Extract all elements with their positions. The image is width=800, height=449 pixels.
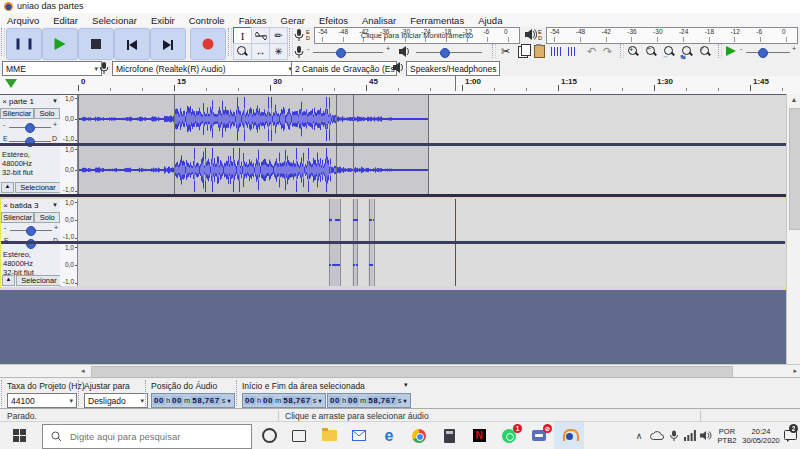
zoom-project-button[interactable]: ↹ (680, 44, 695, 59)
speed-slider-thumb[interactable] (758, 48, 768, 58)
menu-exibir[interactable]: Exibir (144, 15, 182, 26)
timeline-ruler[interactable]: 01530451:001:151:301:45 (0, 76, 800, 97)
track2-gain-slider[interactable]: - + (1, 223, 60, 236)
track2-close-button[interactable]: × (1, 201, 10, 210)
trim-audio-button[interactable] (549, 44, 564, 59)
cut-button[interactable]: ✂ (498, 44, 513, 59)
play-meter-speaker-icon[interactable] (524, 28, 537, 41)
pause-button[interactable] (6, 28, 42, 60)
chrome-button[interactable] (404, 422, 434, 449)
envelope-tool-button[interactable] (251, 27, 270, 44)
menu-controle[interactable]: Controle (182, 15, 232, 26)
menu-editar[interactable]: Editar (46, 15, 85, 26)
microphone-tray-icon[interactable] (666, 422, 682, 449)
spinner-icon[interactable]: ▾ (318, 397, 321, 404)
menu-faixas[interactable]: Faixas (232, 15, 274, 26)
start-button[interactable] (4, 422, 34, 449)
zoom-tool-button[interactable] (233, 43, 252, 60)
selection-tool-button[interactable]: I (233, 27, 252, 44)
network-tray-icon[interactable] (682, 422, 698, 449)
toolbar-gripper[interactable] (228, 28, 232, 56)
track1-waveform-left[interactable] (78, 95, 800, 143)
track1-select-button[interactable]: Selecionar (15, 182, 61, 193)
redo-button[interactable]: ↷ (600, 44, 615, 59)
mail-button[interactable] (344, 422, 374, 449)
vertical-scroll-thumb[interactable] (789, 108, 800, 230)
recording-device-select[interactable]: Microfone (Realtek(R) Audio)▾ (112, 61, 296, 76)
taskbar-search[interactable] (42, 424, 252, 449)
volume-tray-icon[interactable] (698, 422, 714, 449)
whatsapp-button[interactable]: 1 (494, 422, 524, 449)
track2-right-vertical-ruler[interactable]: 1,0 0,0 -1,0 (60, 244, 78, 286)
language-indicator[interactable]: PORPTB2 (714, 422, 740, 449)
track1-mute-button[interactable]: Silenciar (0, 108, 34, 119)
title-bar[interactable]: uniao das partes (0, 0, 800, 13)
zoom-out-button[interactable]: − (644, 44, 659, 59)
timeshift-tool-button[interactable]: ↔ (251, 43, 270, 60)
menu-selecionar[interactable]: Selecionar (85, 15, 144, 26)
stop-button[interactable] (78, 28, 114, 60)
toolbar-gripper[interactable] (78, 380, 79, 406)
undo-button[interactable]: ↶ (584, 44, 599, 59)
project-rate-select[interactable]: 44100▾ (7, 393, 77, 408)
play-at-speed-button[interactable] (726, 46, 736, 56)
track1-left-vertical-ruler[interactable]: 1,0 0,0 -1,0 (60, 95, 78, 143)
task-view-button[interactable] (284, 422, 314, 449)
snap-to-select[interactable]: Desligado▾ (84, 393, 148, 408)
record-volume-slider[interactable] (313, 52, 383, 53)
horizontal-scrollbar[interactable]: ◂ ▸ (78, 364, 800, 378)
toolbar-gripper[interactable] (145, 380, 146, 406)
scroll-left-arrow[interactable]: ◂ (81, 367, 85, 375)
chevron-down-icon[interactable]: ▾ (404, 381, 408, 389)
multi-tool-button[interactable]: ✳ (269, 43, 288, 60)
audio-host-select[interactable]: MME▾ (2, 61, 102, 76)
monitoring-hint[interactable]: Clique para Iniciar Monitoramento (315, 31, 519, 40)
toolbar-gripper[interactable] (620, 44, 624, 58)
skip-to-start-button[interactable] (114, 28, 150, 60)
menu-analisar[interactable]: Analisar (355, 15, 403, 26)
record-volume-thumb[interactable] (336, 48, 346, 58)
scroll-up-arrow[interactable]: ▲ (787, 94, 800, 103)
toolbar-gripper[interactable] (1, 28, 5, 56)
spinner-icon[interactable]: ▾ (227, 397, 230, 404)
track2-left-vertical-ruler[interactable]: 1,0 0,0 -1,0 (60, 199, 78, 241)
track2-waveform-left[interactable] (78, 199, 800, 241)
zoom-in-button[interactable]: + (626, 44, 641, 59)
search-input[interactable] (68, 430, 242, 443)
toolbar-gripper[interactable] (289, 28, 293, 56)
track1-close-button[interactable]: × (0, 97, 9, 106)
draw-tool-button[interactable]: ✏ (269, 27, 288, 44)
playback-volume-thumb[interactable] (440, 48, 450, 58)
screen-share-button[interactable]: ⊘ (524, 422, 554, 449)
track1-right-vertical-ruler[interactable]: 1,0 0,0 -1,0 (60, 146, 78, 194)
netflix-button[interactable]: N (464, 422, 494, 449)
selection-start-field[interactable]: 00h 00m 58,767s ▾ (242, 393, 326, 408)
track2-select-button[interactable]: Selecionar (16, 275, 62, 286)
paste-button[interactable] (532, 44, 547, 59)
menu-efeitos[interactable]: Efeitos (312, 15, 355, 26)
toolbar-gripper[interactable] (492, 44, 496, 58)
clock[interactable]: 20:2430/05/2020 (740, 422, 782, 449)
menu-gerar[interactable]: Gerar (274, 15, 312, 26)
skip-to-end-button[interactable] (150, 28, 186, 60)
record-button[interactable] (190, 28, 226, 60)
copy-button[interactable] (515, 44, 530, 59)
scroll-right-arrow[interactable]: ▸ (793, 367, 797, 375)
vertical-scrollbar[interactable]: ▲ (786, 94, 800, 364)
selection-end-field[interactable]: 00h 00m 58,767s ▾ (327, 393, 411, 408)
track1-collapse-button[interactable]: ▲ (1, 182, 14, 193)
spinner-icon[interactable]: ▾ (403, 397, 406, 404)
cortana-button[interactable] (254, 422, 284, 449)
playback-meter[interactable]: -54-48-42-36-30-24-18-12-60 (546, 27, 798, 44)
menu-arquivo[interactable]: Arquivo (0, 15, 46, 26)
play-button[interactable] (42, 28, 78, 60)
menu-ferramentas[interactable]: Ferramentas (403, 15, 471, 26)
notification-center-button[interactable]: 2 (780, 422, 800, 449)
track2-menu-button[interactable]: ▼ (52, 202, 60, 208)
track2-mute-button[interactable]: Silenciar (1, 212, 34, 223)
edge-button[interactable]: e (374, 422, 404, 449)
track2-waveform-right[interactable] (78, 244, 800, 286)
track2-gain-thumb[interactable] (26, 226, 36, 236)
menu-ajuda[interactable]: Ajuda (471, 15, 509, 26)
track1-gain-thumb[interactable] (25, 123, 35, 133)
